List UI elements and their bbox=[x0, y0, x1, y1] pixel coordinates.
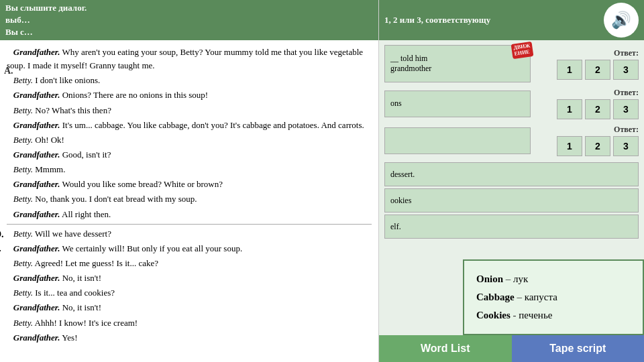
dialogue-line-12: Betty. Will we have dessert? bbox=[7, 227, 372, 241]
vocab-line-3: Cookies - печенье bbox=[476, 306, 631, 324]
dialogue-line-16: Betty. Is it... tea and cookies? bbox=[7, 286, 372, 300]
question-row-3: Ответ: 1 2 3 bbox=[384, 123, 639, 158]
answer-label-2: Ответ: bbox=[614, 88, 639, 98]
right-instruction-text: 1, 2 или 3, соответствующу bbox=[384, 14, 598, 26]
answer-label-3: Ответ: bbox=[614, 125, 639, 135]
vocabulary-popup: Onion – лук Cabbage – капуста Cookies - … bbox=[463, 259, 644, 335]
question-text-2: ons bbox=[384, 90, 531, 117]
snippet-dessert: dessert. bbox=[384, 162, 639, 186]
right-panel: 1, 2 или 3, соответствующу 🔊 ДВИЖЕНИЕ __… bbox=[379, 0, 644, 362]
dialogue-line-4: Betty. No? What's this then? bbox=[7, 104, 372, 117]
left-panel: Вы слышите диалог. выб… Вы с… A. Grandfa… bbox=[0, 0, 379, 362]
dialogue-line-13: Grandfather. We certainly will! But only… bbox=[7, 242, 372, 255]
answer-buttons-1: 1 2 3 bbox=[557, 60, 639, 80]
dialogue-line-14: Betty. Agreed! Let me guess! Is it... ca… bbox=[7, 257, 372, 270]
answer-3-option-3[interactable]: 3 bbox=[613, 136, 639, 156]
answer-label-1: Ответ: bbox=[614, 48, 639, 58]
dialogue-line-7: Grandfather. Good, isn't it? bbox=[7, 148, 372, 162]
answer-group-2: Ответ: 1 2 3 bbox=[535, 88, 639, 119]
section-label-d-inline: D. bbox=[0, 227, 4, 242]
d-section-right: dessert. ookies elf. bbox=[384, 162, 639, 239]
question-text-3 bbox=[384, 127, 531, 154]
answer-buttons-2: 1 2 3 bbox=[557, 99, 639, 119]
dialogue-area: Grandfather. Why aren't you eating your … bbox=[0, 40, 378, 362]
tape-script-button[interactable]: Tape script bbox=[512, 335, 645, 362]
question-row-2: ons Ответ: 1 2 3 bbox=[384, 86, 639, 121]
top-bar-text: Вы слышите диалог. выб… Вы с… bbox=[5, 2, 87, 39]
question-row-1: ДВИЖЕНИЕ __ told him grandmother Ответ: … bbox=[384, 43, 639, 84]
vocab-onion-ru: лук bbox=[513, 274, 528, 284]
dialogue-line-15: Grandfather. No, it isn't! bbox=[7, 272, 372, 285]
sound-button[interactable]: 🔊 bbox=[604, 3, 639, 38]
d-text-snippets: dessert. ookies elf. bbox=[384, 162, 639, 239]
dialogue-line-2: Betty. I don't like onions. bbox=[7, 74, 372, 87]
answer-group-3: Ответ: 1 2 3 bbox=[535, 125, 639, 156]
word-list-button[interactable]: Word List bbox=[379, 335, 512, 362]
vocab-line-1: Onion – лук bbox=[476, 270, 631, 288]
dialogue-line-11: Grandfather. All right then. bbox=[7, 208, 372, 221]
dialogue-line-10: Betty. No, thank you. I don't eat bread … bbox=[7, 192, 372, 206]
answer-2-option-2[interactable]: 2 bbox=[585, 99, 610, 119]
right-top-bar: 1, 2 или 3, соответствующу 🔊 bbox=[379, 0, 644, 40]
dialogue-line-17: Grandfather. No, it isn't! bbox=[7, 301, 372, 314]
snippet-elf: elf. bbox=[384, 215, 639, 239]
sound-icon: 🔊 bbox=[611, 11, 631, 29]
vocab-line-2: Cabbage – капуста bbox=[476, 288, 631, 306]
answer-1-option-3[interactable]: 3 bbox=[613, 60, 639, 80]
dialogue-line-9: Grandfather. Would you like some bread? … bbox=[7, 178, 372, 191]
question-text-1: ДВИЖЕНИЕ __ told him grandmother bbox=[384, 45, 531, 82]
dialogue-line-5: Grandfather. It's um... cabbage. You lik… bbox=[7, 119, 372, 132]
vocab-cabbage-ru: капуста bbox=[525, 292, 557, 302]
answer-1-option-2[interactable]: 2 bbox=[585, 60, 610, 80]
answer-2-option-3[interactable]: 3 bbox=[613, 99, 639, 119]
answer-3-option-1[interactable]: 1 bbox=[557, 136, 582, 156]
section-label-a: A. bbox=[4, 66, 13, 76]
answer-buttons-3: 1 2 3 bbox=[557, 136, 639, 156]
vocab-cookies-ru: печенье bbox=[519, 310, 552, 320]
answer-1-option-1[interactable]: 1 bbox=[557, 60, 582, 80]
dialogue-line-3: Grandfather. Onions? There are no onions… bbox=[7, 88, 372, 102]
divider-d bbox=[7, 224, 372, 225]
dialogue-line-1: Grandfather. Why aren't you eating your … bbox=[7, 46, 372, 72]
answer-group-1: Ответ: 1 2 3 bbox=[535, 48, 639, 80]
dialogue-line-18: Betty. Ahhh! I know! It's ice cream! bbox=[7, 316, 372, 330]
dialogue-line-19: Grandfather. Yes! bbox=[7, 331, 372, 345]
section-label-1-inline: 1. bbox=[0, 242, 1, 255]
answer-3-option-2[interactable]: 2 bbox=[585, 136, 610, 156]
snippet-cookies: ookies bbox=[384, 188, 639, 213]
main-container: Вы слышите диалог. выб… Вы с… A. Grandfa… bbox=[0, 0, 644, 362]
dialogue-line-8: Betty. Mmmm. bbox=[7, 163, 372, 176]
dialogue-line-6: Betty. Oh! Ok! bbox=[7, 133, 372, 147]
badge-dvizh: ДВИЖЕНИЕ bbox=[511, 42, 534, 59]
answer-2-option-1[interactable]: 1 bbox=[557, 99, 582, 119]
top-bar: Вы слышите диалог. выб… Вы с… bbox=[0, 0, 378, 40]
bottom-bar: Word List Tape script bbox=[379, 335, 644, 362]
